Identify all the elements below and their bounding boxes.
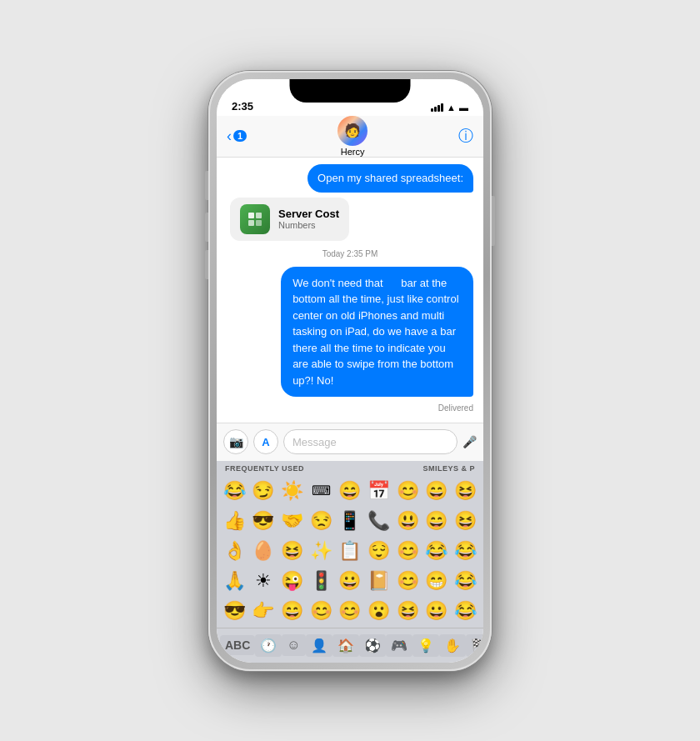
attachment-info: Server Cost Numbers: [278, 208, 339, 230]
emoji-finger[interactable]: 👉: [249, 596, 278, 626]
smiley-button[interactable]: ☺: [282, 634, 305, 656]
emoji-open-mouth[interactable]: 😮: [364, 596, 393, 626]
emoji-smile5[interactable]: 😊: [307, 596, 336, 626]
nature-button[interactable]: 🏠: [332, 634, 359, 657]
timestamp: Today 2:35 PM: [227, 249, 473, 258]
abc-button[interactable]: ABC: [220, 635, 255, 655]
people-button[interactable]: 👤: [306, 634, 332, 657]
emoji-sunglasses[interactable]: 😎: [220, 596, 249, 626]
svg-rect-1: [256, 213, 262, 218]
emoji-joy[interactable]: 😂: [422, 536, 452, 566]
contact-name: Hercy: [341, 147, 365, 157]
svg-rect-0: [248, 213, 254, 218]
app-store-button[interactable]: A: [253, 429, 278, 454]
emoji-unamused[interactable]: 😒: [307, 506, 336, 536]
avatar: 🧑: [338, 116, 368, 146]
nature-icon: 🏠: [338, 638, 354, 653]
emoji-sob[interactable]: 😂: [451, 536, 480, 566]
signal-icon: [431, 103, 443, 112]
recent-button[interactable]: 🕐: [255, 634, 282, 657]
emoji-ok[interactable]: 👌: [220, 536, 249, 566]
emoji-smile4[interactable]: 😄: [278, 596, 307, 626]
attachment-title: Server Cost: [278, 208, 339, 220]
travel-button[interactable]: 🎮: [386, 634, 412, 657]
message-placeholder: Message: [292, 436, 337, 448]
emoji-sun2[interactable]: ☀: [249, 566, 278, 596]
emoji-smile[interactable]: 😄: [336, 476, 365, 506]
people-icon: 👤: [311, 638, 328, 653]
back-badge: 1: [233, 130, 247, 142]
back-button[interactable]: ‹ 1: [227, 128, 247, 145]
emoji-grin[interactable]: 😄: [422, 476, 452, 506]
bubble-text: Open my shared spreadsheet:: [308, 164, 473, 193]
emoji-calendar[interactable]: 📅: [364, 476, 393, 506]
smiley-icon: ☺: [287, 638, 300, 653]
emoji-grid: 😂 😏 ☀️ ⌨ 😄 📅 😊 😄 😆 👍 😎 🤝 😒 📱 📞 😃 😄 😆: [217, 474, 483, 628]
emoji-sparkles[interactable]: ✨: [307, 536, 336, 566]
emoji-grinning[interactable]: 😀: [336, 566, 365, 596]
emoji-relieved[interactable]: 😌: [364, 536, 393, 566]
abc-label: ABC: [225, 638, 250, 652]
emoji-pray[interactable]: 🙏: [220, 566, 249, 596]
emoji-traffic[interactable]: 🚦: [307, 566, 336, 596]
emoji-laughing[interactable]: 😂: [220, 476, 249, 506]
emoji-laugh3[interactable]: 😆: [451, 506, 480, 536]
emoji-notepad[interactable]: 📋: [336, 536, 365, 566]
info-button[interactable]: ⓘ: [458, 126, 473, 146]
emoji-rofl[interactable]: 😂: [451, 566, 480, 596]
emoji-smirk[interactable]: 😏: [249, 476, 278, 506]
flags-button[interactable]: 🏁: [466, 634, 483, 657]
objects-icon: 💡: [418, 638, 434, 653]
emoji-handshake[interactable]: 🤝: [278, 506, 307, 536]
emoji-smile3[interactable]: 😄: [422, 506, 452, 536]
numbers-icon: [240, 204, 270, 234]
emoji-grin3[interactable]: 😀: [422, 596, 452, 626]
emoji-sun[interactable]: ☀️: [278, 476, 307, 506]
emoji-egg[interactable]: 🥚: [249, 536, 278, 566]
emoji-smile6[interactable]: 😊: [336, 596, 365, 626]
emoji-joy2[interactable]: 😂: [451, 596, 480, 626]
emoji-wink[interactable]: 😜: [278, 566, 307, 596]
emoji-keyboard[interactable]: ⌨: [307, 476, 336, 506]
keyboard-bottom-bar: ABC 🕐 ☺ 👤 🏠 ⚽ 🎮: [217, 628, 483, 663]
notch: [290, 79, 411, 103]
message-input[interactable]: Message: [283, 429, 458, 454]
travel-icon: 🎮: [391, 638, 408, 653]
emoji-phone[interactable]: 📞: [364, 506, 393, 536]
emoji-notebook[interactable]: 📔: [364, 566, 393, 596]
symbols-button[interactable]: ✋: [439, 634, 466, 657]
emoji-section-header: FREQUENTLY USED SMILEYS & P: [217, 461, 483, 474]
attachment-card[interactable]: Server Cost Numbers: [230, 198, 349, 241]
camera-button[interactable]: 📷: [223, 429, 248, 454]
symbols-icon: ✋: [444, 638, 461, 653]
flags-icon: 🏁: [471, 638, 483, 653]
emoji-grin2[interactable]: 😆: [278, 536, 307, 566]
sports-icon: ⚽: [364, 638, 381, 653]
emoji-smile2[interactable]: 😃: [393, 506, 422, 536]
emoji-section-left: FREQUENTLY USED: [225, 464, 304, 473]
status-icons: ▲ ▬: [431, 103, 468, 113]
attachment-subtitle: Numbers: [278, 220, 339, 230]
emoji-laugh4[interactable]: 😆: [393, 596, 422, 626]
objects-button[interactable]: 💡: [412, 634, 439, 657]
emoji-thumbsup[interactable]: 👍: [220, 506, 249, 536]
emoji-laugh2[interactable]: 😆: [451, 476, 480, 506]
sports-button[interactable]: ⚽: [359, 634, 386, 657]
messages-area: Open my shared spreadsheet: Se: [217, 158, 483, 423]
mic-button[interactable]: 🎤: [462, 435, 477, 448]
delivered-status: Delivered: [227, 403, 473, 413]
nav-contact[interactable]: 🧑 Hercy: [338, 116, 368, 157]
recent-icon: 🕐: [260, 638, 277, 653]
emoji-cool[interactable]: 😎: [249, 506, 278, 536]
wifi-icon: ▲: [447, 103, 456, 113]
svg-rect-3: [256, 220, 262, 226]
emoji-happy3[interactable]: 😊: [393, 566, 422, 596]
message-outgoing-2: We don't need that bar at the bottom all…: [281, 267, 473, 398]
emoji-happy[interactable]: 😊: [393, 476, 422, 506]
emoji-happy2[interactable]: 😊: [393, 536, 422, 566]
emoji-beaming[interactable]: 😁: [422, 566, 452, 596]
emoji-phone-device[interactable]: 📱: [336, 506, 365, 536]
svg-rect-2: [248, 220, 254, 226]
phone-screen: 2:35 ▲ ▬ ‹ 1: [217, 79, 483, 663]
phone-device: 2:35 ▲ ▬ ‹ 1: [208, 71, 492, 671]
